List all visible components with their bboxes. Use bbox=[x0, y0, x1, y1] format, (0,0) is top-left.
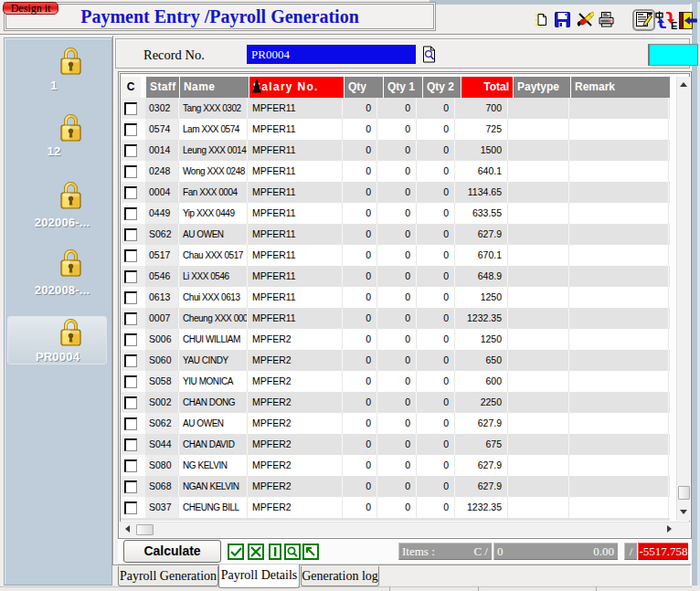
svg-text:E: E bbox=[671, 20, 677, 30]
